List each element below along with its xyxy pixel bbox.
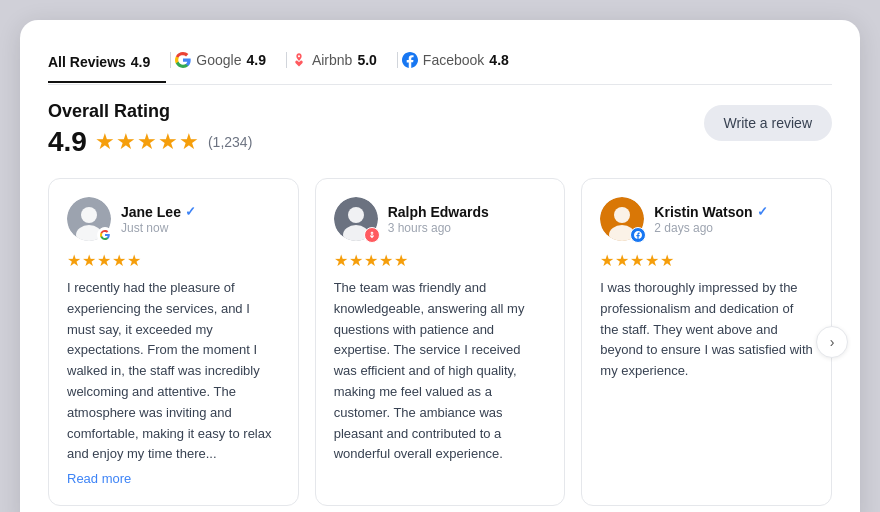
- reviewer-header-2: Ralph Edwards 3 hours ago: [334, 197, 547, 241]
- platform-tabs: All Reviews 4.9 Google 4.9: [48, 48, 832, 85]
- avatar-wrap-2: [334, 197, 378, 241]
- tab-google-score: 4.9: [246, 52, 265, 68]
- name-row-3: Kristin Watson ✓: [654, 204, 767, 220]
- tab-all-label: All Reviews: [48, 54, 126, 70]
- overall-stars: ★★★★★: [95, 129, 200, 155]
- tab-divider-3: [397, 52, 398, 68]
- time-ago-3: 2 days ago: [654, 221, 767, 235]
- tab-divider-1: [170, 52, 171, 68]
- tab-facebook[interactable]: Facebook 4.8: [402, 48, 525, 72]
- name-row-2: Ralph Edwards: [388, 204, 489, 220]
- reviewer-info-1: Jane Lee ✓ Just now: [121, 204, 196, 235]
- reviewer-header-1: Jane Lee ✓ Just now: [67, 197, 280, 241]
- review-text-3: I was thoroughly impressed by the profes…: [600, 278, 813, 382]
- stars-2: ★★★★★: [334, 251, 547, 270]
- review-card-1: Jane Lee ✓ Just now ★★★★★ I recently had…: [48, 178, 299, 506]
- verified-icon-3: ✓: [757, 204, 768, 219]
- tab-divider-2: [286, 52, 287, 68]
- overall-heading: Overall Rating: [48, 101, 252, 122]
- review-card-3: Kristin Watson ✓ 2 days ago ★★★★★ I was …: [581, 178, 832, 506]
- overall-rating-section: Overall Rating 4.9 ★★★★★ (1,234) Write a…: [48, 101, 832, 158]
- platform-badge-3: [630, 227, 646, 243]
- tab-facebook-label: Facebook: [423, 52, 484, 68]
- reviewer-name-2: Ralph Edwards: [388, 204, 489, 220]
- tab-all[interactable]: All Reviews 4.9: [48, 50, 166, 83]
- facebook-icon: [402, 52, 418, 68]
- airbnb-icon: [291, 52, 307, 68]
- review-card-2: Ralph Edwards 3 hours ago ★★★★★ The team…: [315, 178, 566, 506]
- overall-left: Overall Rating 4.9 ★★★★★ (1,234): [48, 101, 252, 158]
- google-icon: [175, 52, 191, 68]
- verified-icon-1: ✓: [185, 204, 196, 219]
- name-row-1: Jane Lee ✓: [121, 204, 196, 220]
- svg-point-1: [81, 207, 97, 223]
- reviewer-info-2: Ralph Edwards 3 hours ago: [388, 204, 489, 235]
- reviewer-header-3: Kristin Watson ✓ 2 days ago: [600, 197, 813, 241]
- next-arrow-button[interactable]: ›: [816, 326, 848, 358]
- stars-3: ★★★★★: [600, 251, 813, 270]
- tab-all-score: 4.9: [131, 54, 150, 70]
- time-ago-1: Just now: [121, 221, 196, 235]
- write-review-button[interactable]: Write a review: [704, 105, 832, 141]
- avatar-wrap-1: [67, 197, 111, 241]
- overall-score: 4.9: [48, 126, 87, 158]
- reviewer-name-3: Kristin Watson: [654, 204, 752, 220]
- tab-google[interactable]: Google 4.9: [175, 48, 282, 72]
- review-text-2: The team was friendly and knowledgeable,…: [334, 278, 547, 465]
- avatar-wrap-3: [600, 197, 644, 241]
- reviews-widget: All Reviews 4.9 Google 4.9: [20, 20, 860, 512]
- svg-point-7: [614, 207, 630, 223]
- tab-airbnb-label: Airbnb: [312, 52, 352, 68]
- tab-airbnb-score: 5.0: [357, 52, 376, 68]
- overall-score-row: 4.9 ★★★★★ (1,234): [48, 126, 252, 158]
- reviews-grid: Jane Lee ✓ Just now ★★★★★ I recently had…: [48, 178, 832, 506]
- reviewer-name-1: Jane Lee: [121, 204, 181, 220]
- stars-1: ★★★★★: [67, 251, 280, 270]
- reviewer-info-3: Kristin Watson ✓ 2 days ago: [654, 204, 767, 235]
- tab-facebook-score: 4.8: [489, 52, 508, 68]
- platform-badge-1: [97, 227, 113, 243]
- review-text-1: I recently had the pleasure of experienc…: [67, 278, 280, 465]
- platform-badge-2: [364, 227, 380, 243]
- overall-count: (1,234): [208, 134, 252, 150]
- tab-airbnb[interactable]: Airbnb 5.0: [291, 48, 393, 72]
- time-ago-2: 3 hours ago: [388, 221, 489, 235]
- read-more-1[interactable]: Read more: [67, 471, 131, 486]
- tab-google-label: Google: [196, 52, 241, 68]
- svg-point-4: [348, 207, 364, 223]
